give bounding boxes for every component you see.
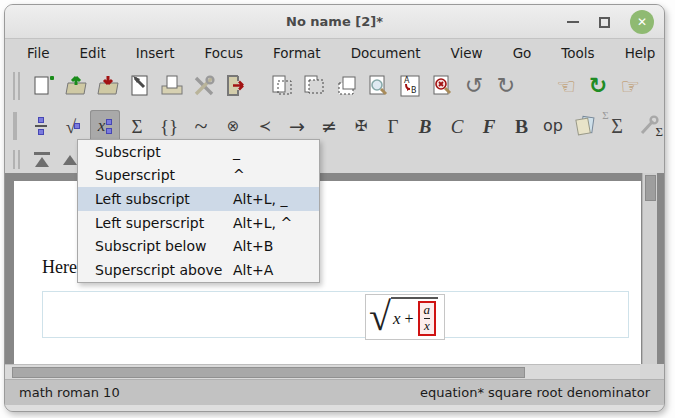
- fraktur-letter-button[interactable]: F: [474, 110, 504, 142]
- calligraphic-letter-button[interactable]: C: [442, 110, 472, 142]
- back-button[interactable]: ☜: [551, 70, 581, 102]
- redo-button[interactable]: ↻: [491, 70, 521, 102]
- save-document-icon: [95, 73, 121, 99]
- cards-icon: [572, 113, 598, 139]
- relation-button[interactable]: ≺: [250, 110, 280, 142]
- brackets-button[interactable]: {}: [154, 110, 184, 142]
- bold-letter-button[interactable]: B: [410, 110, 440, 142]
- forward-button[interactable]: ☞: [615, 70, 645, 102]
- new-document-button[interactable]: [29, 70, 59, 102]
- operator-button[interactable]: op: [538, 110, 568, 142]
- sum-icon: Σ: [131, 117, 142, 136]
- menu-format[interactable]: Format: [273, 45, 321, 61]
- preferences-button[interactable]: [189, 70, 219, 102]
- equation-environment[interactable]: √ x + a x: [42, 291, 629, 338]
- blackboard-b-icon: B: [515, 117, 528, 136]
- hammer-icon: [127, 73, 153, 99]
- menu-go[interactable]: Go: [513, 45, 532, 61]
- toolbar-grip[interactable]: [13, 112, 17, 140]
- op-icon: op: [543, 118, 563, 134]
- precedes-icon: ≺: [259, 119, 272, 134]
- status-right: equation* square root denominator: [420, 385, 650, 400]
- maximize-button[interactable]: [599, 17, 610, 28]
- script-c-icon: C: [451, 117, 464, 136]
- accent-button[interactable]: ~: [186, 110, 216, 142]
- desktop: No name [2]* ✕ File Edit Insert Focus Fo…: [0, 0, 675, 418]
- menu-tools[interactable]: Tools: [561, 45, 594, 61]
- menu-item-subscript-below[interactable]: Subscript below Alt+B: [78, 234, 319, 258]
- open-document-button[interactable]: [61, 70, 91, 102]
- new-document-icon: [31, 73, 57, 99]
- spell-check-button[interactable]: [427, 70, 457, 102]
- insert-symbol-button[interactable]: Σ Σ: [602, 110, 632, 142]
- right-arrow-icon: →: [289, 117, 305, 136]
- build-button[interactable]: [125, 70, 155, 102]
- export-button[interactable]: [221, 70, 251, 102]
- subsup-dropdown-menu: Subscript _ Superscript ^ Left subscript…: [77, 139, 320, 283]
- menu-item-left-superscript[interactable]: Left superscript Alt+L, ^: [78, 211, 319, 235]
- horizontal-scrollbar[interactable]: [5, 364, 640, 379]
- bold-b-icon: B: [419, 117, 432, 136]
- redo-icon: ↻: [497, 75, 515, 97]
- vertical-scrollbar-thumb[interactable]: [645, 175, 656, 201]
- find-button[interactable]: [363, 70, 393, 102]
- menu-item-superscript[interactable]: Superscript ^: [78, 164, 319, 188]
- reload-button[interactable]: ↻: [583, 70, 613, 102]
- otimes-icon: ⊗: [227, 119, 240, 134]
- menu-edit[interactable]: Edit: [80, 45, 106, 61]
- sigma-palette-icon: Σ Σ: [611, 116, 623, 137]
- menu-file[interactable]: File: [27, 45, 50, 61]
- title-bar[interactable]: No name [2]* ✕: [5, 5, 664, 39]
- copy-button[interactable]: [267, 70, 297, 102]
- symbol-palette-button[interactable]: [570, 110, 600, 142]
- toolbar-grip[interactable]: [13, 150, 20, 169]
- menu-focus[interactable]: Focus: [204, 45, 243, 61]
- greek-letter-button[interactable]: Γ: [378, 110, 408, 142]
- sqrt-symbol: √: [369, 300, 391, 334]
- horizontal-scrollbar-thumb[interactable]: [12, 367, 525, 378]
- paste-icon: [333, 73, 359, 99]
- menu-bar: File Edit Insert Focus Format Document V…: [5, 40, 664, 66]
- menu-insert[interactable]: Insert: [136, 45, 175, 61]
- menu-item-superscript-above[interactable]: Superscript above Alt+A: [78, 258, 319, 282]
- subsup-button[interactable]: x: [90, 110, 120, 142]
- focused-fraction[interactable]: a x: [418, 301, 437, 336]
- formula-focus-box[interactable]: √ x + a x: [365, 294, 445, 340]
- menu-view[interactable]: View: [451, 45, 483, 61]
- binary-operator-button[interactable]: ⊗: [218, 110, 248, 142]
- fraction-numerator: a: [424, 303, 431, 318]
- replace-button[interactable]: A B: [395, 70, 425, 102]
- print-button[interactable]: [157, 70, 187, 102]
- math-preferences-button[interactable]: Σ: [634, 110, 664, 142]
- big-operator-button[interactable]: Σ: [122, 110, 152, 142]
- shortcut-label: Alt+A: [233, 262, 305, 278]
- radicand: x + a x: [391, 297, 438, 336]
- replace-icon: A B: [397, 73, 423, 99]
- cut-icon: [301, 73, 327, 99]
- vertical-scrollbar[interactable]: [642, 173, 657, 364]
- arrow-button[interactable]: →: [282, 110, 312, 142]
- open-document-icon: [63, 73, 89, 99]
- sqrt-button[interactable]: √: [58, 110, 88, 142]
- menu-item-left-subscript[interactable]: Left subscript Alt+L, _: [78, 187, 319, 211]
- not-equal-icon: ≠: [321, 117, 337, 136]
- menu-help[interactable]: Help: [625, 45, 656, 61]
- fraction-button[interactable]: [26, 110, 56, 142]
- close-icon: ✕: [637, 15, 647, 29]
- save-document-button[interactable]: [93, 70, 123, 102]
- main-toolbar: A B ↺ ↻ ☜ ↻ ☞: [5, 66, 664, 106]
- undo-button[interactable]: ↺: [459, 70, 489, 102]
- minimize-button[interactable]: [567, 21, 579, 23]
- cut-button[interactable]: [299, 70, 329, 102]
- paste-button[interactable]: [331, 70, 361, 102]
- blackboard-letter-button[interactable]: B: [506, 110, 536, 142]
- menu-document[interactable]: Document: [351, 45, 421, 61]
- shortcut-label: _: [233, 144, 305, 160]
- close-button[interactable]: ✕: [630, 10, 654, 34]
- status-bar: math roman 10 equation* square root deno…: [5, 379, 664, 405]
- toolbar-grip[interactable]: [13, 72, 20, 100]
- negation-button[interactable]: ≠: [314, 110, 344, 142]
- menu-item-subscript[interactable]: Subscript _: [78, 140, 319, 164]
- miscellaneous-symbol-button[interactable]: ✠: [346, 110, 376, 142]
- exit-left-button[interactable]: [29, 149, 55, 171]
